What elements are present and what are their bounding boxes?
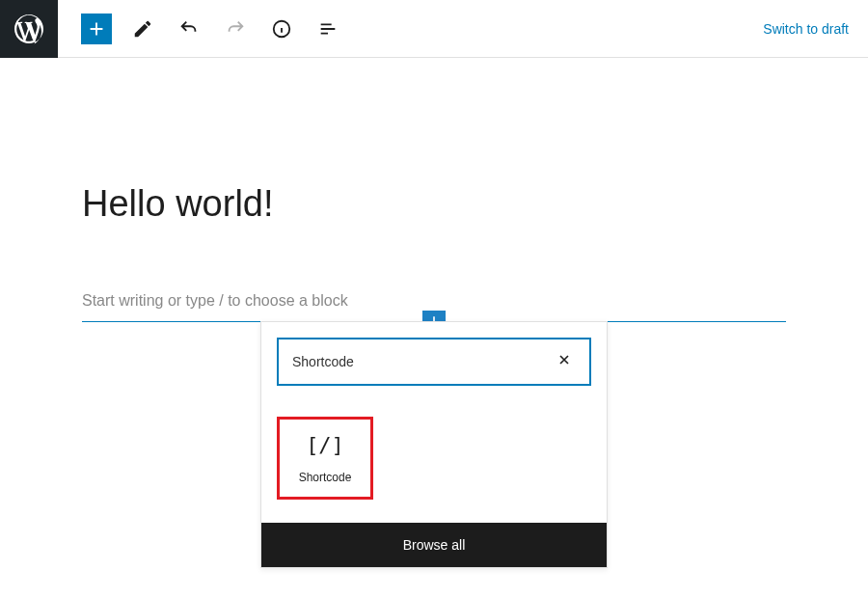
switch-to-draft-link[interactable]: Switch to draft [763, 21, 849, 37]
search-box [277, 338, 591, 386]
close-icon [556, 352, 572, 367]
undo-button[interactable] [174, 14, 204, 44]
info-button[interactable] [266, 14, 297, 44]
info-icon [271, 18, 292, 40]
outline-icon [317, 18, 339, 40]
redo-icon [225, 18, 246, 40]
undo-icon [178, 18, 200, 40]
clear-search-button[interactable] [553, 348, 576, 375]
pencil-icon [132, 18, 153, 40]
toolbar [58, 14, 763, 44]
block-search-input[interactable] [292, 354, 553, 369]
block-item-label: Shortcode [299, 471, 352, 484]
editor-area: Hello world! Start writing or type / to … [0, 58, 868, 322]
top-right-actions: Switch to draft [763, 20, 868, 38]
wordpress-icon [12, 12, 46, 46]
shortcode-icon: [/] [306, 433, 344, 457]
page-title[interactable]: Hello world! [82, 183, 786, 225]
plus-icon [86, 18, 107, 40]
add-block-button[interactable] [81, 14, 112, 44]
block-appender: Start writing or type / to choose a bloc… [82, 292, 786, 322]
block-inserter-panel: [/] Shortcode Browse all [260, 321, 608, 568]
block-item-shortcode[interactable]: [/] Shortcode [277, 417, 373, 500]
browse-all-button[interactable]: Browse all [261, 523, 607, 567]
edit-tool-button[interactable] [127, 14, 158, 44]
wordpress-logo[interactable] [0, 0, 58, 58]
outline-button[interactable] [312, 14, 343, 44]
top-bar: Switch to draft [0, 0, 868, 58]
redo-button[interactable] [220, 14, 251, 44]
search-wrap [261, 322, 607, 401]
blocks-grid: [/] Shortcode [261, 401, 607, 523]
